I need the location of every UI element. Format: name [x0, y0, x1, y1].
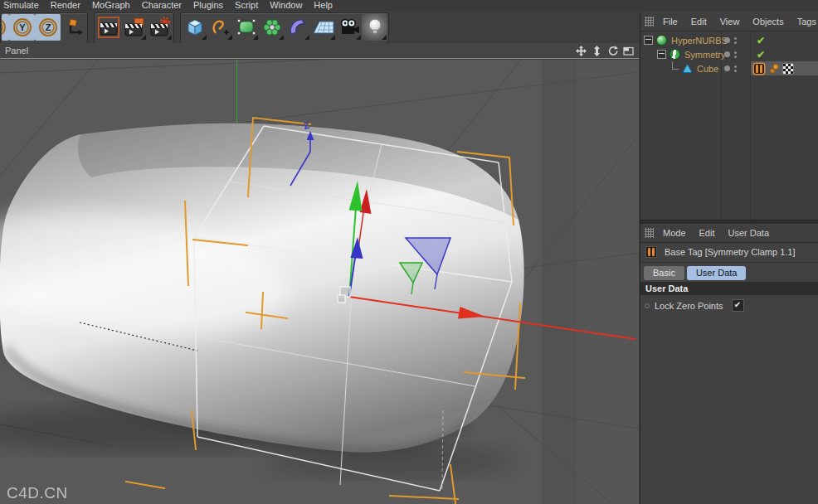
om-menu-tags[interactable]: Tags [791, 17, 818, 27]
create-objects-group [180, 12, 389, 44]
visibility-dots[interactable] [724, 33, 737, 47]
add-hypernurbs-button[interactable] [233, 14, 259, 41]
object-tree: HyperNURBS ✔ Symmetry ✔ [640, 32, 818, 220]
menu-help[interactable]: Help [308, 0, 338, 10]
object-manager-menubar: File Edit View Objects Tags Boo [640, 12, 818, 32]
visibility-dots[interactable] [724, 47, 737, 61]
attribute-title: Base Tag [Symmetry Clamp 1.1] [665, 247, 796, 257]
render-picture-viewer-button[interactable] [121, 14, 147, 41]
object-label[interactable]: Symmetry [684, 50, 726, 60]
axis-coordinates-icon [63, 17, 85, 38]
cinema4d-window: Simulate Render MoGraph Character Plugin… [0, 0, 818, 504]
x-axis-lock-icon: X [2, 17, 7, 38]
render-group [94, 12, 174, 44]
main-toolbar: X Y Z [0, 11, 639, 45]
phong-tag-icon[interactable] [782, 63, 794, 75]
z-axis-lock-icon: Z [37, 17, 59, 38]
om-menu-objects[interactable]: Objects [746, 17, 790, 27]
viewport-canvas[interactable]: Z C4D.CN [0, 60, 639, 504]
symmetry-clamp-tag-icon [645, 246, 657, 258]
section-header: User Data [640, 282, 818, 295]
tree-elbow [672, 61, 679, 70]
enabled-checkmark[interactable]: ✔ [757, 33, 765, 47]
add-cube-button[interactable] [182, 14, 207, 41]
expander-icon[interactable] [644, 36, 653, 45]
field-label: Lock Zero Points [655, 301, 723, 311]
am-menu-userdata[interactable]: User Data [722, 228, 777, 238]
pan-view-icon[interactable] [576, 46, 587, 56]
attribute-manager: Base Tag [Symmetry Clamp 1.1] Basic User… [640, 243, 818, 504]
dropdown-corner [279, 35, 284, 40]
svg-text:Z: Z [45, 22, 51, 32]
dropdown-corner [167, 35, 172, 40]
dropdown-corner [356, 35, 361, 40]
om-menu-file[interactable]: File [656, 17, 684, 27]
dropdown-corner [304, 35, 309, 40]
object-label[interactable]: Cube [697, 64, 718, 74]
lock-y-axis-button[interactable]: Y [9, 14, 35, 41]
tab-basic[interactable]: Basic [644, 266, 684, 280]
cube-object-icon [682, 63, 693, 74]
dropdown-corner [227, 35, 232, 40]
add-deformer-button[interactable] [285, 14, 310, 41]
axis-lock-group: X Y Z [0, 12, 88, 44]
tree-row-symmetry[interactable]: Symmetry ✔ [640, 47, 818, 61]
menu-plugins[interactable]: Plugins [187, 0, 229, 10]
add-floor-button[interactable] [310, 14, 336, 41]
lock-z-axis-button[interactable]: Z [35, 14, 61, 41]
panel-grip-icon[interactable] [645, 228, 654, 238]
hypernurbs-object-icon [656, 35, 667, 46]
visibility-dots[interactable] [724, 61, 737, 75]
attribute-manager-menubar: Mode Edit User Data [640, 224, 818, 243]
dropdown-corner [141, 35, 146, 40]
render-view-icon [98, 17, 119, 38]
object-label[interactable]: HyperNURBS [671, 36, 728, 46]
viewport-scene: Z C4D.CN [0, 60, 639, 504]
attribute-tabs: Basic User Data [640, 263, 818, 282]
watermark: C4D.CN [7, 484, 68, 502]
menu-character[interactable]: Character [136, 0, 187, 10]
tree-row-cube[interactable]: Cube [640, 61, 818, 75]
om-menu-view[interactable]: View [713, 17, 747, 27]
menu-simulate[interactable]: Simulate [0, 0, 45, 10]
menu-mograph[interactable]: MoGraph [86, 0, 136, 10]
field-lock-zero-points: Lock Zero Points ✔ [640, 295, 818, 317]
y-axis-lock-icon: Y [12, 17, 33, 38]
add-array-button[interactable] [259, 14, 285, 41]
viewport-header: Panel [0, 43, 639, 59]
lock-x-axis-button[interactable]: X [2, 14, 9, 41]
dropdown-corner [330, 35, 335, 40]
coordinate-system-button[interactable] [61, 14, 86, 41]
enabled-checkmark[interactable]: ✔ [757, 47, 765, 61]
tree-row-hypernurbs[interactable]: HyperNURBS ✔ [640, 33, 818, 47]
zoom-view-icon[interactable] [592, 46, 602, 56]
lock-zero-points-checkbox[interactable]: ✔ [732, 299, 744, 312]
animation-dot-icon[interactable] [645, 303, 650, 308]
menu-render[interactable]: Render [45, 0, 86, 10]
toggle-view-icon[interactable] [623, 46, 634, 56]
right-panel: File Edit View Objects Tags Boo HyperNUR… [640, 12, 818, 504]
add-spline-button[interactable] [207, 14, 233, 41]
symmetry-object-icon [669, 49, 680, 60]
am-menu-mode[interactable]: Mode [656, 228, 693, 238]
am-menu-edit[interactable]: Edit [693, 228, 722, 238]
dropdown-corner [202, 35, 207, 40]
menu-script[interactable]: Script [229, 0, 264, 10]
viewport-shade-band-2 [577, 60, 639, 504]
rotate-view-icon[interactable] [607, 46, 618, 56]
panel-grip-icon[interactable] [645, 17, 654, 27]
symmetry-clamp-tag-icon[interactable] [754, 64, 764, 74]
tab-user-data[interactable]: User Data [687, 266, 747, 280]
om-menu-edit[interactable]: Edit [684, 17, 713, 27]
dropdown-corner [382, 35, 387, 40]
points-tag-icon[interactable] [768, 63, 780, 75]
viewport-shade-band [542, 60, 577, 504]
add-light-button[interactable] [362, 14, 387, 41]
add-camera-button[interactable] [336, 14, 362, 41]
dropdown-corner [253, 35, 258, 40]
render-settings-button[interactable] [147, 14, 173, 41]
menu-window[interactable]: Window [264, 0, 308, 10]
z-axis-label: Z [303, 119, 311, 130]
expander-icon[interactable] [657, 50, 666, 59]
render-view-button[interactable] [95, 14, 121, 41]
